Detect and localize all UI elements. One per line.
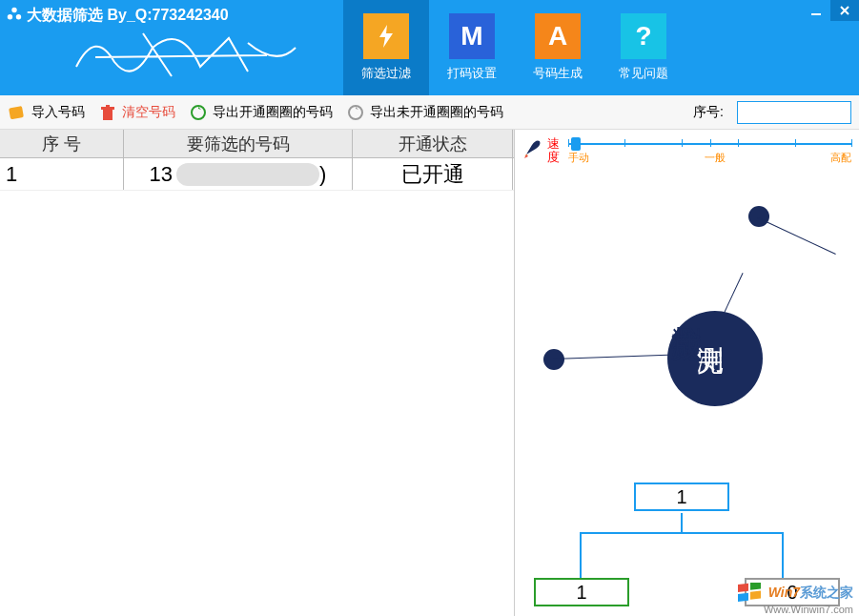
speed-slider[interactable]: 手动 一般 高配 [568,137,851,168]
tab-generate-label: 号码生成 [533,65,583,82]
slider-tick [795,139,796,147]
watermark: Win7系统之家 Www.Winwin7.com [738,583,853,616]
slider-tick [738,139,739,147]
speed-control: 速度 手动 一般 高配 [522,137,851,175]
m-icon: M [449,13,495,59]
tab-filter[interactable]: 筛选过滤 [343,0,429,95]
tree-line [782,532,784,578]
connector-line [723,273,744,317]
watermark-brand-a: Win7 [768,585,800,600]
watermark-url: Www.Winwin7.com [738,604,853,616]
node-dot [543,349,564,370]
svg-point-2 [16,14,21,19]
svg-rect-10 [738,584,748,592]
tab-generate[interactable]: A 号码生成 [515,0,601,95]
a-icon: A [535,13,581,59]
svg-rect-13 [750,590,761,599]
tab-captcha-label: 打码设置 [447,65,497,82]
close-button[interactable] [830,0,859,21]
slider-thumb[interactable] [571,137,581,151]
svg-rect-4 [9,106,24,119]
table-header: 序 号 要筛选的号码 开通状态 [0,130,514,158]
export-opened-label: 导出开通圈圈的号码 [213,104,333,121]
tree-opened-box: 1 [534,578,629,606]
svg-rect-3 [811,13,821,15]
windows-logo-icon [738,583,763,604]
detection-graphic: 检测完成 测完 [515,196,859,444]
slider-tick [851,139,852,147]
title-bar: 大数据筛选 By_Q:773242340 筛选过滤 M 打码设置 A 号码生成 … [0,0,859,95]
cell-seq: 1 [0,158,124,190]
svg-rect-12 [738,593,748,602]
cell-status: 已开通 [353,158,513,190]
slider-tick [682,139,683,147]
tab-faq-label: 常见问题 [619,65,668,82]
slider-tick [568,139,569,147]
tree-line [681,513,683,532]
detection-text: 检测完成 [665,301,707,309]
clear-button[interactable]: 清空号码 [98,103,175,122]
slider-tick [624,139,625,147]
th-number: 要筛选的号码 [124,130,353,157]
tree-total-box: 1 [634,483,729,511]
number-masked [176,163,319,186]
seq-label: 序号: [693,104,724,121]
lightning-icon [363,13,409,59]
app-logo-icon [6,6,23,23]
import-button[interactable]: 导入号码 [8,103,85,122]
import-label: 导入号码 [31,104,85,121]
tab-faq[interactable]: ? 常见问题 [601,0,686,95]
rocket-icon [522,137,543,158]
connector-line [758,217,836,255]
cell-number: 13 ) [124,158,353,190]
svg-rect-5 [103,109,112,120]
watermark-brand-b: 系统之家 [800,585,853,600]
signature-image [57,19,315,91]
number-suffix: ) [319,162,326,187]
minimize-button[interactable] [802,0,830,21]
th-seq: 序 号 [0,130,124,157]
center-circle [667,311,763,406]
svg-rect-7 [106,105,110,108]
tick-manual: 手动 [568,151,589,165]
refresh-green-icon [189,103,208,122]
speed-label: 速度 [547,137,564,164]
export-unopened-label: 导出未开通圈圈的号码 [370,104,503,121]
trash-icon [98,103,117,122]
svg-rect-11 [750,583,761,590]
tree-line [580,532,582,578]
question-icon: ? [621,13,666,59]
node-dot [748,206,769,227]
table-row[interactable]: 1 13 ) 已开通 [0,158,514,191]
tick-high: 高配 [830,151,851,165]
export-unopened-button[interactable]: 导出未开通圈圈的号码 [346,103,503,122]
svg-point-1 [8,14,12,19]
tree-line [580,532,784,534]
window-buttons [802,0,859,21]
right-pane: 速度 手动 一般 高配 检测完成 [515,130,859,616]
export-opened-button[interactable]: 导出开通圈圈的号码 [189,103,333,122]
slider-tick [710,139,711,147]
toolbar: 导入号码 清空号码 导出开通圈圈的号码 导出未开通圈圈的号码 序号: [0,95,859,130]
nav-tabs: 筛选过滤 M 打码设置 A 号码生成 ? 常见问题 [343,0,686,95]
content-area: 序 号 要筛选的号码 开通状态 1 13 ) 已开通 速度 [0,130,859,616]
tick-normal: 一般 [705,151,726,165]
clear-label: 清空号码 [122,104,175,121]
refresh-gray-icon [346,103,365,122]
seq-input[interactable] [737,101,851,124]
tab-captcha[interactable]: M 打码设置 [429,0,515,95]
svg-point-0 [11,8,16,12]
import-icon [8,103,27,122]
th-status: 开通状态 [353,130,513,157]
number-prefix: 13 [150,162,173,187]
table-pane: 序 号 要筛选的号码 开通状态 1 13 ) 已开通 [0,130,515,616]
tab-filter-label: 筛选过滤 [361,65,411,82]
